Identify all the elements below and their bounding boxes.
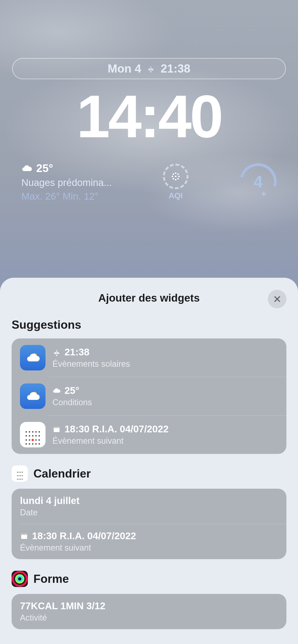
calendar-app-icon: [20, 422, 46, 448]
calendar-item-title: lundi 4 juillet: [20, 495, 80, 506]
suggestion-subtitle: Évènements solaires: [53, 359, 130, 369]
sunset-icon: [53, 348, 61, 356]
suggestion-next-event[interactable]: 18:30 R.I.A. 04/07/2022 Évènement suivan…: [12, 416, 286, 454]
calendar-icon: [53, 425, 61, 433]
suggestion-title: 25°: [65, 385, 79, 396]
suggestion-conditions[interactable]: 25° Conditions: [12, 377, 286, 416]
calendar-card: lundi 4 juillet Date 18:30 R.I.A. 04/07/…: [12, 489, 286, 559]
calendar-app-icon: [12, 466, 28, 482]
calendar-section-header: Calendrier: [12, 466, 286, 482]
fitness-section-header: Forme: [12, 571, 286, 587]
svg-rect-3: [54, 427, 60, 428]
calendar-item-title: 18:30 R.I.A. 04/07/2022: [32, 530, 136, 542]
uv-widget[interactable]: 4 ☀︎: [239, 163, 277, 200]
suggestions-header: Suggestions: [12, 318, 286, 332]
weather-temp: 25°: [36, 160, 53, 176]
aqi-widget[interactable]: AQI: [163, 164, 188, 200]
calendar-item-subtitle: Évènement suivant: [20, 543, 136, 553]
close-icon: ✕: [273, 293, 281, 305]
sunset-time: 21:38: [161, 62, 190, 75]
sunset-icon: [147, 64, 155, 73]
suggestions-card: 21:38 Évènements solaires 25° Conditions: [12, 338, 286, 454]
lockscreen-widget-row[interactable]: 25° Nuages prédomina... Max. 26° Min. 12…: [12, 160, 286, 203]
add-widgets-sheet: Ajouter des widgets ✕ Suggestions 21:38 …: [0, 278, 298, 644]
date-label: Mon 4: [108, 62, 141, 75]
weather-hilo: Max. 26° Min. 12°: [21, 190, 112, 203]
weather-condition: Nuages prédomina...: [21, 176, 112, 190]
lockscreen-preview: Mon 4 21:38 14:40 25° Nuages prédomina..…: [0, 58, 298, 203]
calendar-icon: [20, 532, 28, 540]
fitness-header-label: Forme: [34, 572, 69, 586]
suggestion-title: 21:38: [65, 346, 89, 358]
calendar-header-label: Calendrier: [34, 467, 91, 480]
fitness-item-title: 77KCAL 1MIN 3/12: [20, 600, 105, 612]
aqi-label: AQI: [169, 191, 183, 200]
cloud-icon: [53, 386, 61, 395]
suggestion-solar-events[interactable]: 21:38 Évènements solaires: [12, 338, 286, 377]
calendar-item-subtitle: Date: [20, 508, 80, 518]
weather-app-icon: [20, 384, 46, 409]
svg-rect-5: [21, 534, 27, 535]
cloud-icon: [21, 163, 33, 174]
fitness-app-icon: [12, 571, 28, 587]
suggestion-subtitle: Conditions: [53, 398, 92, 407]
calendar-widget-date[interactable]: lundi 4 juillet Date: [12, 489, 286, 524]
weather-app-icon: [20, 345, 46, 370]
date-widget-slot[interactable]: Mon 4 21:38: [12, 58, 286, 79]
suggestion-subtitle: Évènement suivant: [53, 436, 168, 446]
lockscreen-clock[interactable]: 14:40: [77, 86, 222, 146]
sheet-title: Ajouter des widgets: [98, 292, 200, 304]
aqi-ring-icon: [163, 164, 188, 189]
uv-arc-icon: [233, 156, 283, 207]
sun-icon: ☀︎: [261, 190, 267, 198]
weather-widget[interactable]: 25° Nuages prédomina... Max. 26° Min. 12…: [21, 160, 112, 203]
fitness-card: 77KCAL 1MIN 3/12 Activité: [12, 594, 286, 629]
fitness-item-subtitle: Activité: [20, 613, 105, 623]
close-button[interactable]: ✕: [268, 290, 286, 308]
fitness-widget-activity[interactable]: 77KCAL 1MIN 3/12 Activité: [12, 594, 286, 629]
suggestion-title: 18:30 R.I.A. 04/07/2022: [65, 424, 168, 435]
calendar-widget-next-event[interactable]: 18:30 R.I.A. 04/07/2022 Évènement suivan…: [12, 524, 286, 559]
